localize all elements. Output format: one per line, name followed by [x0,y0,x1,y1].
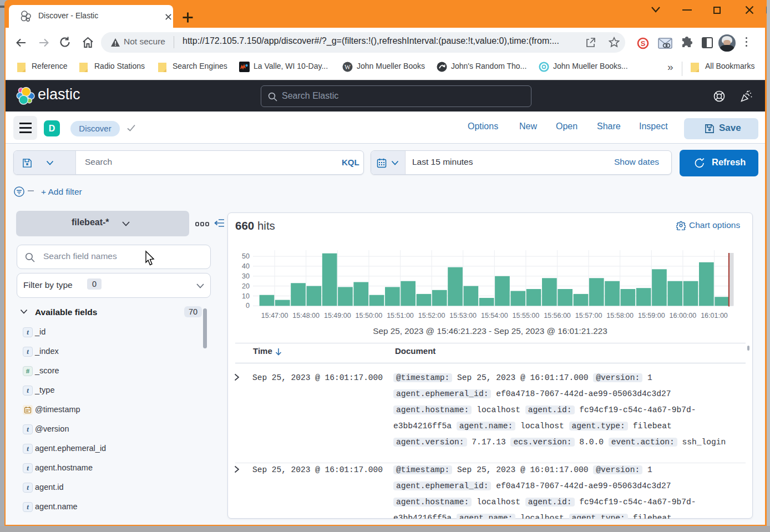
svg-text:40: 40 [242,262,250,270]
svg-text:W: W [345,64,351,70]
svg-text:10: 10 [242,292,250,300]
svg-text:50: 50 [242,252,250,260]
svg-text:0: 0 [246,302,250,310]
svg-text:20: 20 [242,282,250,290]
svg-text:15:55:00: 15:55:00 [513,312,540,320]
svg-text:15:53:00: 15:53:00 [449,312,477,320]
svg-text:15:57:00: 15:57:00 [575,312,602,320]
svg-text:15:49:00: 15:49:00 [324,312,351,320]
svg-text:S: S [641,39,646,48]
svg-text:16:01:00: 16:01:00 [701,312,728,320]
svg-text:15:52:00: 15:52:00 [418,312,445,320]
svg-text:15:47:00: 15:47:00 [261,312,288,320]
svg-text:15:58:00: 15:58:00 [606,312,634,320]
svg-text:30: 30 [242,272,250,280]
svg-text:15:54:00: 15:54:00 [481,312,508,320]
svg-text:15:48:00: 15:48:00 [292,312,320,320]
svg-text:15:51:00: 15:51:00 [387,312,414,320]
svg-text:15:50:00: 15:50:00 [356,312,383,320]
svg-text:15:56:00: 15:56:00 [544,312,571,320]
svg-text:16:00:00: 16:00:00 [670,312,697,320]
svg-text:15:59:00: 15:59:00 [638,312,665,320]
